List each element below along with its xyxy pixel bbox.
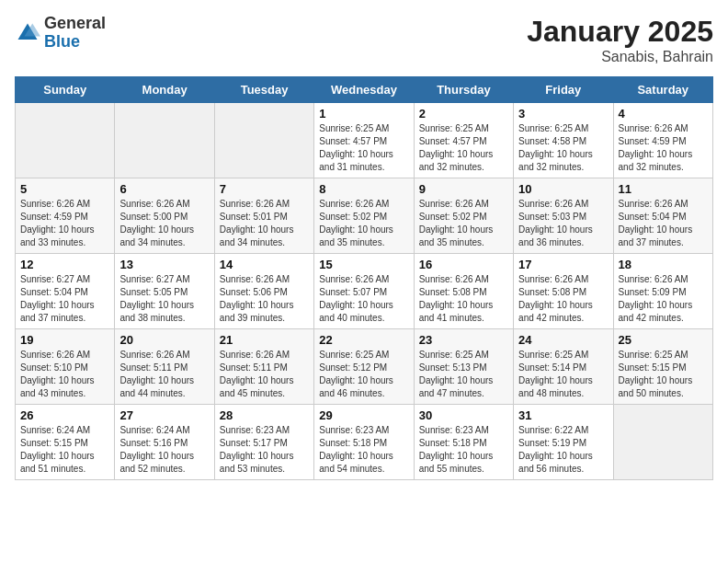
- calendar-cell: 23Sunrise: 6:25 AM Sunset: 5:13 PM Dayli…: [414, 329, 513, 405]
- day-info: Sunrise: 6:26 AM Sunset: 5:03 PM Dayligh…: [518, 198, 608, 249]
- day-number: 27: [119, 408, 209, 422]
- page-header: General Blue January 2025 Sanabis, Bahra…: [15, 15, 713, 65]
- weekday-header: Saturday: [613, 77, 712, 103]
- calendar-cell: 1Sunrise: 6:25 AM Sunset: 4:57 PM Daylig…: [314, 103, 414, 178]
- day-info: Sunrise: 6:27 AM Sunset: 5:05 PM Dayligh…: [119, 273, 209, 325]
- calendar-cell: 10Sunrise: 6:26 AM Sunset: 5:03 PM Dayli…: [514, 178, 613, 254]
- calendar-cell: [214, 103, 313, 178]
- day-number: 6: [119, 182, 209, 196]
- day-number: 31: [518, 408, 608, 422]
- day-number: 8: [319, 182, 408, 196]
- calendar-cell: 25Sunrise: 6:25 AM Sunset: 5:15 PM Dayli…: [613, 329, 712, 405]
- calendar-cell: 12Sunrise: 6:27 AM Sunset: 5:04 PM Dayli…: [16, 254, 115, 329]
- logo-general-text: General: [44, 14, 106, 32]
- calendar-cell: 14Sunrise: 6:26 AM Sunset: 5:06 PM Dayli…: [214, 254, 313, 329]
- day-info: Sunrise: 6:25 AM Sunset: 4:58 PM Dayligh…: [518, 122, 608, 174]
- calendar-cell: 21Sunrise: 6:26 AM Sunset: 5:11 PM Dayli…: [214, 329, 313, 405]
- calendar-cell: 22Sunrise: 6:25 AM Sunset: 5:12 PM Dayli…: [314, 329, 414, 405]
- calendar-cell: 13Sunrise: 6:27 AM Sunset: 5:05 PM Dayli…: [115, 254, 214, 329]
- day-info: Sunrise: 6:26 AM Sunset: 5:01 PM Dayligh…: [220, 198, 309, 249]
- day-number: 30: [419, 408, 508, 422]
- weekday-header: Sunday: [16, 77, 115, 103]
- day-info: Sunrise: 6:24 AM Sunset: 5:15 PM Dayligh…: [20, 424, 109, 476]
- day-number: 17: [518, 258, 608, 271]
- day-info: Sunrise: 6:27 AM Sunset: 5:04 PM Dayligh…: [20, 273, 109, 325]
- day-number: 4: [619, 107, 708, 121]
- calendar-cell: 27Sunrise: 6:24 AM Sunset: 5:16 PM Dayli…: [115, 405, 214, 480]
- day-number: 10: [518, 182, 608, 196]
- day-number: 22: [319, 333, 408, 347]
- day-info: Sunrise: 6:25 AM Sunset: 4:57 PM Dayligh…: [319, 122, 408, 174]
- day-info: Sunrise: 6:26 AM Sunset: 5:09 PM Dayligh…: [619, 273, 708, 325]
- calendar-cell: 15Sunrise: 6:26 AM Sunset: 5:07 PM Dayli…: [314, 254, 414, 329]
- logo-icon: [15, 20, 40, 46]
- day-info: Sunrise: 6:23 AM Sunset: 5:18 PM Dayligh…: [319, 424, 408, 476]
- calendar-cell: [115, 103, 214, 178]
- weekday-header-row: SundayMondayTuesdayWednesdayThursdayFrid…: [16, 77, 713, 103]
- calendar-week-row: 1Sunrise: 6:25 AM Sunset: 4:57 PM Daylig…: [16, 103, 713, 178]
- day-number: 29: [319, 408, 408, 422]
- day-info: Sunrise: 6:26 AM Sunset: 4:59 PM Dayligh…: [20, 198, 109, 249]
- day-number: 23: [419, 333, 508, 347]
- calendar-cell: 30Sunrise: 6:23 AM Sunset: 5:18 PM Dayli…: [414, 405, 513, 480]
- day-info: Sunrise: 6:26 AM Sunset: 5:07 PM Dayligh…: [319, 273, 408, 325]
- weekday-header: Wednesday: [314, 77, 414, 103]
- day-info: Sunrise: 6:26 AM Sunset: 5:06 PM Dayligh…: [220, 273, 309, 325]
- day-info: Sunrise: 6:26 AM Sunset: 5:10 PM Dayligh…: [20, 349, 109, 400]
- day-number: 25: [619, 333, 708, 347]
- day-info: Sunrise: 6:26 AM Sunset: 5:11 PM Dayligh…: [220, 349, 309, 400]
- day-number: 20: [119, 333, 209, 347]
- day-number: 3: [518, 107, 608, 121]
- day-info: Sunrise: 6:26 AM Sunset: 5:04 PM Dayligh…: [619, 198, 708, 249]
- calendar-cell: [16, 103, 115, 178]
- day-info: Sunrise: 6:26 AM Sunset: 5:11 PM Dayligh…: [119, 349, 209, 400]
- weekday-header: Monday: [115, 77, 214, 103]
- day-number: 14: [220, 258, 309, 271]
- calendar-cell: 5Sunrise: 6:26 AM Sunset: 4:59 PM Daylig…: [16, 178, 115, 254]
- calendar-cell: 9Sunrise: 6:26 AM Sunset: 5:02 PM Daylig…: [414, 178, 513, 254]
- calendar-week-row: 5Sunrise: 6:26 AM Sunset: 4:59 PM Daylig…: [16, 178, 713, 254]
- calendar-cell: 31Sunrise: 6:22 AM Sunset: 5:19 PM Dayli…: [514, 405, 613, 480]
- day-info: Sunrise: 6:25 AM Sunset: 5:13 PM Dayligh…: [419, 349, 508, 400]
- day-number: 28: [220, 408, 309, 422]
- day-info: Sunrise: 6:23 AM Sunset: 5:18 PM Dayligh…: [419, 424, 508, 476]
- weekday-header: Tuesday: [214, 77, 313, 103]
- day-info: Sunrise: 6:26 AM Sunset: 5:00 PM Dayligh…: [119, 198, 209, 249]
- calendar-cell: 2Sunrise: 6:25 AM Sunset: 4:57 PM Daylig…: [414, 103, 513, 178]
- calendar-title: January 2025: [527, 15, 713, 49]
- day-number: 2: [419, 107, 508, 121]
- logo: General Blue: [15, 15, 106, 52]
- calendar-week-row: 12Sunrise: 6:27 AM Sunset: 5:04 PM Dayli…: [16, 254, 713, 329]
- calendar-cell: 16Sunrise: 6:26 AM Sunset: 5:08 PM Dayli…: [414, 254, 513, 329]
- calendar-cell: 29Sunrise: 6:23 AM Sunset: 5:18 PM Dayli…: [314, 405, 414, 480]
- calendar-cell: 4Sunrise: 6:26 AM Sunset: 4:59 PM Daylig…: [613, 103, 712, 178]
- calendar-cell: 7Sunrise: 6:26 AM Sunset: 5:01 PM Daylig…: [214, 178, 313, 254]
- calendar-table: SundayMondayTuesdayWednesdayThursdayFrid…: [15, 76, 713, 480]
- weekday-header: Friday: [514, 77, 613, 103]
- calendar-cell: 26Sunrise: 6:24 AM Sunset: 5:15 PM Dayli…: [16, 405, 115, 480]
- day-number: 16: [419, 258, 508, 271]
- calendar-cell: 11Sunrise: 6:26 AM Sunset: 5:04 PM Dayli…: [613, 178, 712, 254]
- calendar-cell: 17Sunrise: 6:26 AM Sunset: 5:08 PM Dayli…: [514, 254, 613, 329]
- day-number: 9: [419, 182, 508, 196]
- calendar-cell: 6Sunrise: 6:26 AM Sunset: 5:00 PM Daylig…: [115, 178, 214, 254]
- calendar-week-row: 19Sunrise: 6:26 AM Sunset: 5:10 PM Dayli…: [16, 329, 713, 405]
- calendar-cell: 24Sunrise: 6:25 AM Sunset: 5:14 PM Dayli…: [514, 329, 613, 405]
- day-number: 12: [20, 258, 109, 271]
- day-info: Sunrise: 6:26 AM Sunset: 5:08 PM Dayligh…: [518, 273, 608, 325]
- day-number: 21: [220, 333, 309, 347]
- day-info: Sunrise: 6:25 AM Sunset: 5:15 PM Dayligh…: [619, 349, 708, 400]
- logo-blue-text: Blue: [44, 32, 80, 51]
- calendar-subtitle: Sanabis, Bahrain: [527, 49, 713, 65]
- calendar-cell: [613, 405, 712, 480]
- calendar-cell: 19Sunrise: 6:26 AM Sunset: 5:10 PM Dayli…: [16, 329, 115, 405]
- day-number: 18: [619, 258, 708, 271]
- day-info: Sunrise: 6:22 AM Sunset: 5:19 PM Dayligh…: [518, 424, 608, 476]
- day-info: Sunrise: 6:24 AM Sunset: 5:16 PM Dayligh…: [119, 424, 209, 476]
- calendar-week-row: 26Sunrise: 6:24 AM Sunset: 5:15 PM Dayli…: [16, 405, 713, 480]
- day-info: Sunrise: 6:25 AM Sunset: 5:12 PM Dayligh…: [319, 349, 408, 400]
- weekday-header: Thursday: [414, 77, 513, 103]
- day-number: 19: [20, 333, 109, 347]
- calendar-cell: 18Sunrise: 6:26 AM Sunset: 5:09 PM Dayli…: [613, 254, 712, 329]
- day-info: Sunrise: 6:26 AM Sunset: 5:02 PM Dayligh…: [419, 198, 508, 249]
